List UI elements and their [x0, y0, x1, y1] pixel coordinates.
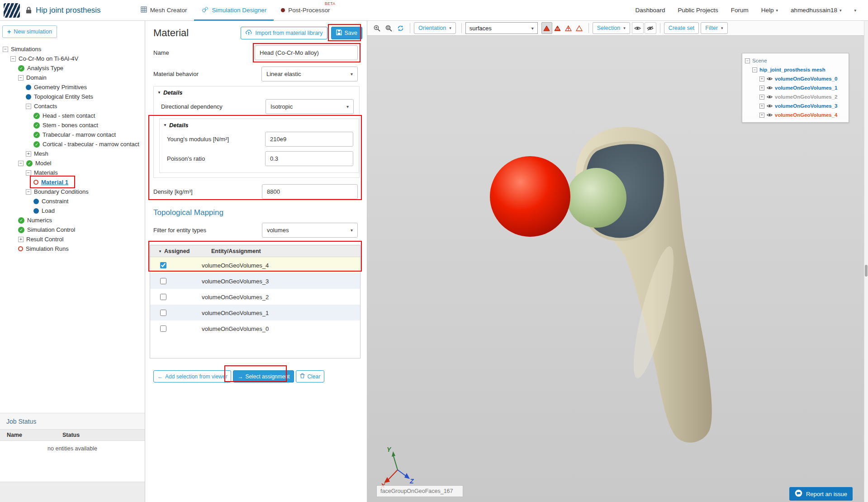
collapse-icon[interactable]: − — [3, 47, 8, 52]
expand-icon[interactable]: + — [18, 237, 24, 242]
sort-triangle-icon[interactable]: ▼ — [158, 249, 162, 253]
show-entities-button[interactable] — [632, 22, 644, 34]
collapse-icon[interactable]: − — [18, 75, 24, 81]
user-menu[interactable]: ahmedhussain18▾ — [791, 7, 841, 14]
scene-tree-item-scene[interactable]: −Scene — [742, 56, 849, 65]
expand-icon[interactable]: + — [759, 95, 764, 100]
wireframe-display-toggle[interactable] — [563, 22, 574, 34]
tree-item-constraint[interactable]: Constraint — [0, 196, 145, 206]
nav-dashboard[interactable]: Dashboard — [635, 7, 665, 14]
femoral-head-sphere[interactable] — [567, 168, 626, 228]
tree-item-contacts[interactable]: −Contacts — [0, 101, 145, 111]
assignment-checkbox[interactable] — [160, 262, 166, 268]
nav-forum[interactable]: Forum — [731, 7, 749, 14]
new-simulation-button[interactable]: + New simulation — [2, 25, 57, 38]
tree-item-numerics[interactable]: ✓Numerics — [0, 215, 145, 225]
scrollbar-thumb[interactable] — [865, 265, 868, 277]
3d-viewport[interactable]: X Y Z −Scene−hip_joint_prosthesis mesh+v… — [367, 36, 864, 502]
tree-item-material-1[interactable]: Material 1 — [0, 177, 145, 187]
tab-post-processor[interactable]: Post-Processor BETA — [274, 0, 337, 21]
collapse-icon[interactable]: − — [26, 170, 31, 176]
tree-item-domain[interactable]: −Domain — [0, 73, 145, 82]
select-assignment-button[interactable]: → Select assignment — [233, 370, 294, 382]
assignment-row-volumeongeovolumes-1[interactable]: volumeOnGeoVolumes_1 — [150, 305, 360, 320]
visibility-eye-icon[interactable] — [767, 86, 773, 90]
collapse-icon[interactable]: − — [26, 189, 31, 195]
scene-tree-item-volumeongeovolumes-3[interactable]: +volumeOnGeoVolumes_3 — [742, 101, 849, 110]
render-mode-select[interactable]: surfaces▾ — [465, 22, 538, 34]
tree-item-co-cr-mo-on-ti-6al-4v[interactable]: −Co-Cr-Mo on Ti-6Al-4V — [0, 54, 145, 63]
expand-icon[interactable]: + — [759, 86, 764, 91]
collapse-icon[interactable]: − — [752, 67, 757, 72]
collapse-icon[interactable]: − — [10, 56, 16, 62]
expand-icon[interactable]: + — [759, 76, 764, 81]
nav-help[interactable]: Help▾ — [761, 7, 778, 14]
save-button[interactable]: Save — [331, 27, 363, 39]
scene-tree-item-hip-joint-prosthesis-mesh[interactable]: −hip_joint_prosthesis mesh — [742, 65, 849, 74]
tab-mesh-creator[interactable]: Mesh Creator — [133, 0, 194, 21]
more-menu-chevron-icon[interactable]: ▾ — [854, 8, 856, 13]
poissons-ratio-input[interactable] — [265, 151, 353, 166]
scene-tree-item-volumeongeovolumes-4[interactable]: +volumeOnGeoVolumes_4 — [742, 110, 849, 120]
reset-view-button[interactable] — [394, 22, 406, 34]
expand-icon[interactable]: + — [759, 104, 764, 109]
assignment-checkbox[interactable] — [160, 294, 166, 300]
visibility-eye-icon[interactable] — [767, 104, 773, 108]
selection-name-field[interactable]: faceGroupOnGeoFaces_167 — [376, 485, 463, 497]
page-scrollbar[interactable] — [864, 21, 868, 502]
tree-item-mesh[interactable]: +Mesh — [0, 149, 145, 158]
zoom-in-button[interactable] — [371, 22, 383, 34]
material-behavior-select[interactable]: Linear elastic▾ — [261, 67, 358, 81]
assignment-checkbox[interactable] — [160, 325, 166, 332]
zoom-to-fit-button[interactable] — [383, 22, 394, 34]
report-issue-button[interactable]: Report an issue — [789, 487, 853, 501]
assignment-row-volumeongeovolumes-0[interactable]: volumeOnGeoVolumes_0 — [150, 320, 360, 336]
collapse-icon[interactable]: − — [26, 104, 31, 109]
tree-item-simulations[interactable]: −Simulations — [0, 44, 145, 54]
assignment-row-volumeongeovolumes-2[interactable]: volumeOnGeoVolumes_2 — [150, 289, 360, 305]
orientation-dropdown[interactable]: Orientation▾ — [414, 22, 456, 34]
scene-tree-item-volumeongeovolumes-1[interactable]: +volumeOnGeoVolumes_1 — [742, 83, 849, 92]
tree-item-materials[interactable]: −Materials — [0, 168, 145, 177]
outline-display-toggle[interactable] — [574, 22, 585, 34]
expand-icon[interactable]: + — [759, 113, 764, 118]
collapse-icon[interactable]: − — [745, 58, 750, 63]
inner-details-toggle[interactable]: ▼ Details — [160, 121, 359, 129]
tree-item-trabecular-marrow-contact[interactable]: ✓Trabecular - marrow contact — [0, 130, 145, 139]
assignment-row-volumeongeovolumes-3[interactable]: volumeOnGeoVolumes_3 — [150, 273, 360, 289]
visibility-eye-icon[interactable] — [767, 113, 773, 117]
import-material-button[interactable]: Import from material library — [241, 27, 327, 39]
youngs-modulus-input[interactable] — [265, 132, 353, 147]
nav-public-projects[interactable]: Public Projects — [678, 7, 718, 14]
add-selection-from-viewer-button[interactable]: ← Add selection from viewer — [153, 370, 231, 382]
assignment-checkbox[interactable] — [160, 310, 166, 316]
prosthesis-head-sphere[interactable] — [490, 156, 570, 237]
scene-tree-item-volumeongeovolumes-0[interactable]: +volumeOnGeoVolumes_0 — [742, 74, 849, 83]
collapse-icon[interactable]: − — [18, 161, 24, 166]
tree-item-simulation-control[interactable]: ✓Simulation Control — [0, 225, 145, 234]
density-input[interactable] — [262, 184, 358, 199]
surfaces-edges-display-toggle[interactable] — [552, 22, 563, 34]
tree-item-result-control[interactable]: +Result Control — [0, 234, 145, 244]
tree-item-load[interactable]: Load — [0, 206, 145, 215]
visibility-eye-icon[interactable] — [767, 95, 773, 99]
tree-item-analysis-type[interactable]: ✓Analysis Type — [0, 63, 145, 73]
tree-item-simulation-runs[interactable]: Simulation Runs — [0, 244, 145, 253]
tree-item-head-stem-contact[interactable]: ✓Head - stem contact — [0, 111, 145, 120]
entity-filter-select[interactable]: volumes▾ — [262, 223, 358, 238]
assignment-row-volumeongeovolumes-4[interactable]: volumeOnGeoVolumes_4 — [150, 257, 360, 273]
assignment-checkbox[interactable] — [160, 278, 166, 284]
selection-dropdown[interactable]: Selection▾ — [593, 22, 630, 34]
hide-entities-button[interactable] — [645, 22, 656, 34]
tree-item-stem-bones-contact[interactable]: ✓Stem - bones contact — [0, 120, 145, 130]
tree-item-cortical-trabecular-marrow-contact[interactable]: ✓Cortical - trabecular - marrow contact — [0, 139, 145, 149]
tree-item-model[interactable]: −✓Model — [0, 158, 145, 168]
app-logo-icon[interactable] — [4, 3, 20, 18]
tree-item-boundary-conditions[interactable]: −Boundary Conditions — [0, 187, 145, 196]
material-name-input[interactable] — [255, 45, 358, 60]
tree-item-geometry-primitives[interactable]: Geometry Primitives — [0, 82, 145, 92]
tab-simulation-designer[interactable]: Simulation Designer — [194, 0, 274, 21]
tree-item-topological-entity-sets[interactable]: Topological Entity Sets — [0, 92, 145, 101]
scene-tree-item-volumeongeovolumes-2[interactable]: +volumeOnGeoVolumes_2 — [742, 92, 849, 101]
surfaces-display-toggle[interactable] — [541, 22, 552, 34]
